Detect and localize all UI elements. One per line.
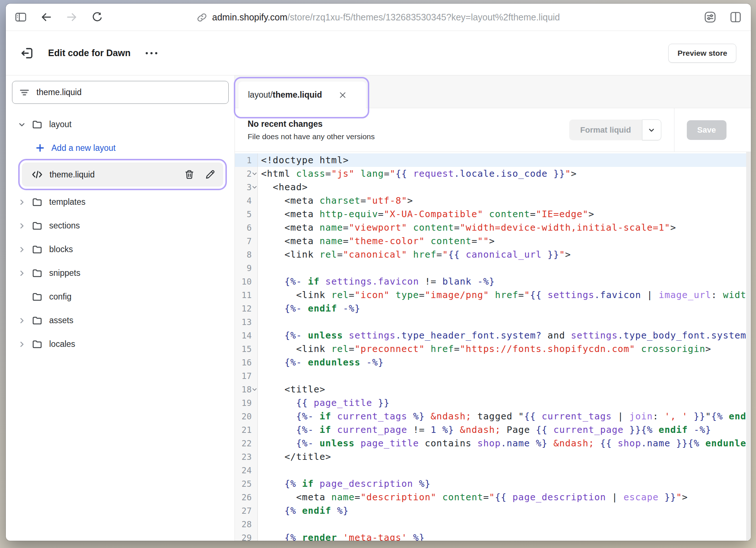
chevron-right-icon[interactable]: [17, 221, 27, 231]
search-input[interactable]: [36, 87, 222, 97]
code-text[interactable]: [258, 369, 751, 383]
back-icon[interactable]: [40, 11, 52, 23]
chevron-right-icon[interactable]: [17, 316, 27, 325]
code-line-15[interactable]: 15 <link rel="preconnect" href="https://…: [235, 342, 751, 356]
code-text[interactable]: <meta charset="utf-8">: [258, 194, 751, 207]
address-bar[interactable]: admin.shopify.com/store/rzq1xu-f5/themes…: [197, 4, 560, 31]
code-line-6[interactable]: 6 <meta name="viewport" content="width=d…: [235, 221, 751, 234]
code-text[interactable]: <link rel="canonical" href="{{ canonical…: [258, 248, 751, 261]
fold-icon[interactable]: [252, 167, 257, 180]
forward-icon[interactable]: [66, 11, 78, 23]
split-view-icon[interactable]: [729, 11, 742, 24]
code-text[interactable]: [258, 517, 751, 531]
chevron-right-icon[interactable]: [17, 269, 27, 278]
file-search[interactable]: [12, 81, 229, 104]
code-text[interactable]: [258, 463, 751, 477]
add-new-layout-button[interactable]: Add a new layout: [12, 136, 229, 160]
code-line-12[interactable]: 12 {%- endif -%}: [235, 302, 751, 315]
code-text[interactable]: {%- if current_tags %} &ndash; tagged "{…: [258, 410, 751, 423]
pencil-icon[interactable]: [205, 169, 216, 180]
code-line-1[interactable]: 1<!doctype html>: [235, 153, 751, 167]
code-line-23[interactable]: 23 </title>: [235, 450, 751, 463]
sidebar-folder-sections[interactable]: sections: [12, 214, 229, 238]
code-line-8[interactable]: 8 <link rel="canonical" href="{{ canonic…: [235, 248, 751, 261]
tab-path-prefix: layout/: [248, 90, 273, 99]
code-line-29[interactable]: 29 {% render 'meta-tags' %}: [235, 531, 751, 541]
chevron-right-icon[interactable]: [17, 340, 27, 349]
code-text[interactable]: {%- unless settings.type_header_font.sys…: [258, 329, 751, 342]
code-text[interactable]: {%- endif -%}: [258, 302, 751, 315]
code-text[interactable]: {%- if current_page != 1 %} &ndash; Page…: [258, 423, 751, 437]
code-line-21[interactable]: 21 {%- if current_page != 1 %} &ndash; P…: [235, 423, 751, 437]
code-text[interactable]: <title>: [258, 383, 751, 396]
sidebar-folder-assets[interactable]: assets: [12, 309, 229, 332]
sidebar-toggle-icon[interactable]: [15, 11, 27, 23]
code-text[interactable]: {%- unless page_title contains shop.name…: [258, 437, 751, 450]
code-line-9[interactable]: 9: [235, 261, 751, 275]
sidebar-folder-blocks[interactable]: blocks: [12, 238, 229, 261]
code-line-25[interactable]: 25 {% if page_description %}: [235, 477, 751, 490]
code-line-10[interactable]: 10 {%- if settings.favicon != blank -%}: [235, 275, 751, 288]
code-text[interactable]: {%- if settings.favicon != blank -%}: [258, 275, 751, 288]
code-line-13[interactable]: 13: [235, 315, 751, 329]
code-line-27[interactable]: 27 {% endif %}: [235, 504, 751, 517]
code-text[interactable]: {%- endunless -%}: [258, 356, 751, 369]
code-text[interactable]: <meta name="theme-color" content="">: [258, 234, 751, 248]
code-text[interactable]: <html class="js" lang="{{ request.locale…: [258, 167, 751, 180]
reload-icon[interactable]: [91, 11, 103, 23]
trash-icon[interactable]: [184, 169, 195, 180]
chevron-right-icon[interactable]: [17, 245, 27, 254]
code-text[interactable]: {% endif %}: [258, 504, 751, 517]
tab-theme-liquid[interactable]: layout/theme.liquid: [239, 82, 366, 108]
code-text[interactable]: <meta http-equiv="X-UA-Compatible" conte…: [258, 207, 751, 221]
code-text[interactable]: </title>: [258, 450, 751, 463]
code-text[interactable]: <meta name="description" content="{{ pag…: [258, 490, 751, 504]
code-text[interactable]: <link rel="preconnect" href="https://fon…: [258, 342, 751, 356]
code-line-5[interactable]: 5 <meta http-equiv="X-UA-Compatible" con…: [235, 207, 751, 221]
code-line-2[interactable]: 2<html class="js" lang="{{ request.local…: [235, 167, 751, 180]
code-line-18[interactable]: 18 <title>: [235, 383, 751, 396]
code-text[interactable]: <link rel="icon" type="image/png" href="…: [258, 288, 751, 302]
save-button[interactable]: Save: [687, 120, 727, 140]
code-line-3[interactable]: 3 <head>: [235, 180, 751, 194]
code-text[interactable]: <head>: [258, 180, 751, 194]
code-text[interactable]: {% render 'meta-tags' %}: [258, 531, 751, 541]
sidebar-folder-locales[interactable]: locales: [12, 332, 229, 356]
sidebar-file-theme.liquid[interactable]: theme.liquid: [22, 163, 223, 187]
sidebar-folder-layout[interactable]: layout: [12, 113, 229, 136]
code-text[interactable]: [258, 315, 751, 329]
preview-store-button[interactable]: Preview store: [668, 44, 736, 63]
code-line-11[interactable]: 11 <link rel="icon" type="image/png" hre…: [235, 288, 751, 302]
code-text[interactable]: [258, 261, 751, 275]
code-line-24[interactable]: 24: [235, 463, 751, 477]
fold-icon[interactable]: [252, 383, 257, 396]
exit-icon[interactable]: [20, 46, 34, 60]
code-line-4[interactable]: 4 <meta charset="utf-8">: [235, 194, 751, 207]
code-text[interactable]: <!doctype html>: [258, 153, 751, 167]
sidebar-folder-templates[interactable]: templates: [12, 190, 229, 214]
code-line-7[interactable]: 7 <meta name="theme-color" content="">: [235, 234, 751, 248]
code-text[interactable]: {{ page_title }}: [258, 396, 751, 410]
code-line-28[interactable]: 28: [235, 517, 751, 531]
sidebar-folder-snippets[interactable]: snippets: [12, 261, 229, 285]
ellipsis-icon[interactable]: [146, 52, 157, 54]
sidebar-folder-config[interactable]: config: [12, 285, 229, 309]
code-line-19[interactable]: 19 {{ page_title }}: [235, 396, 751, 410]
editor-scrollbar[interactable]: [746, 152, 751, 541]
code-line-20[interactable]: 20 {%- if current_tags %} &ndash; tagged…: [235, 410, 751, 423]
code-line-14[interactable]: 14 {%- unless settings.type_header_font.…: [235, 329, 751, 342]
code-line-22[interactable]: 22 {%- unless page_title contains shop.n…: [235, 437, 751, 450]
format-options-button[interactable]: [642, 120, 661, 140]
close-icon[interactable]: [338, 90, 347, 100]
code-text[interactable]: <meta name="viewport" content="width=dev…: [258, 221, 751, 234]
chevron-down-icon[interactable]: [17, 120, 27, 129]
code-line-26[interactable]: 26 <meta name="description" content="{{ …: [235, 490, 751, 504]
code-editor[interactable]: 1<!doctype html>2<html class="js" lang="…: [235, 152, 751, 541]
format-liquid-button[interactable]: Format liquid: [569, 120, 642, 140]
code-line-16[interactable]: 16 {%- endunless -%}: [235, 356, 751, 369]
chevron-right-icon[interactable]: [17, 197, 27, 207]
code-line-17[interactable]: 17: [235, 369, 751, 383]
tune-icon[interactable]: [704, 11, 717, 24]
fold-icon[interactable]: [252, 180, 257, 194]
code-text[interactable]: {% if page_description %}: [258, 477, 751, 490]
